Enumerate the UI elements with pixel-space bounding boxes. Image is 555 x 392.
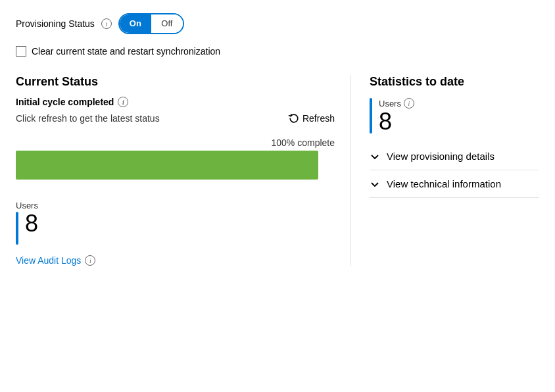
view-audit-row: View Audit Logs i (16, 255, 335, 266)
clear-state-checkbox[interactable] (16, 46, 26, 57)
view-provisioning-details-row[interactable]: View provisioning details (370, 143, 539, 170)
view-audit-info-icon[interactable]: i (85, 255, 95, 266)
refresh-icon (288, 112, 300, 124)
provisioning-status-row: Provisioning Status i On Off (16, 13, 539, 34)
initial-cycle-info-icon[interactable]: i (118, 97, 128, 107)
provisioning-toggle[interactable]: On Off (118, 13, 184, 34)
right-users-count: 8 (379, 110, 414, 134)
refresh-row: Click refresh to get the latest status R… (16, 112, 335, 124)
bottom-users-count: 8 (25, 212, 38, 245)
toggle-on-option[interactable]: On (120, 14, 151, 33)
right-stat-bar (370, 98, 372, 134)
left-panel: Current Status Initial cycle completed i… (16, 75, 351, 266)
main-content: Current Status Initial cycle completed i… (16, 75, 539, 266)
chevron-down-icon (370, 151, 380, 162)
chevron-down-icon-2 (370, 179, 380, 189)
toggle-off-option[interactable]: Off (151, 14, 183, 33)
provisioning-status-label: Provisioning Status (16, 18, 95, 29)
bottom-stats: Users 8 (16, 201, 335, 245)
refresh-hint-text: Click refresh to get the latest status (16, 113, 160, 124)
right-users-info-icon[interactable]: i (404, 98, 414, 109)
view-audit-logs-link[interactable]: View Audit Logs (16, 255, 81, 266)
right-stat-inner: Users i 8 (379, 98, 414, 134)
right-panel: Statistics to date Users i 8 View provis… (351, 75, 539, 266)
right-users-label-row: Users i (379, 98, 414, 109)
progress-label: 100% complete (16, 137, 335, 148)
view-technical-information-label: View technical information (387, 178, 501, 189)
clear-state-row: Clear current state and restart synchron… (16, 46, 539, 57)
clear-state-label: Clear current state and restart synchron… (32, 46, 220, 57)
initial-cycle-label: Initial cycle completed (16, 97, 114, 107)
bottom-users-label: Users (16, 201, 335, 210)
view-provisioning-details-label: View provisioning details (387, 151, 495, 162)
stat-bar-left (16, 212, 18, 245)
stats-to-date-title: Statistics to date (370, 75, 539, 89)
initial-cycle-row: Initial cycle completed i (16, 97, 335, 107)
right-stat-block: Users i 8 (370, 98, 539, 134)
refresh-button[interactable]: Refresh (288, 112, 335, 124)
provisioning-status-info-icon[interactable]: i (101, 18, 112, 29)
view-technical-information-row[interactable]: View technical information (370, 170, 539, 198)
bottom-stat-block: 8 (16, 212, 335, 245)
right-users-label: Users (379, 99, 401, 109)
refresh-button-label: Refresh (302, 113, 335, 124)
current-status-title: Current Status (16, 75, 335, 89)
progress-bar (16, 151, 318, 180)
